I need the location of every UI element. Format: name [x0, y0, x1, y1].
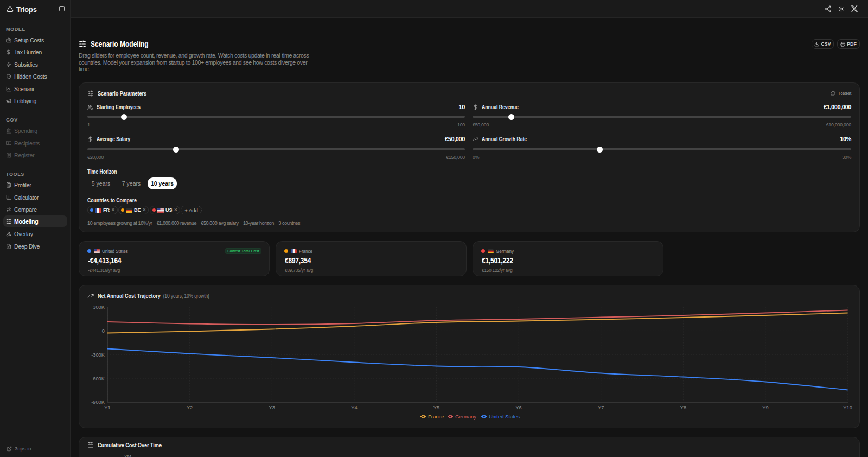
svg-text:Y2: Y2 — [187, 405, 193, 410]
svg-text:Y5: Y5 — [433, 405, 439, 410]
svg-text:Germany: Germany — [455, 414, 476, 420]
svg-text:300K: 300K — [93, 304, 105, 310]
svg-text:Y6: Y6 — [515, 405, 521, 410]
svg-text:Y4: Y4 — [351, 405, 357, 410]
svg-text:United States: United States — [489, 414, 520, 420]
svg-text:Y10: Y10 — [843, 405, 852, 410]
svg-text:Y7: Y7 — [598, 405, 604, 410]
svg-text:0: 0 — [102, 328, 105, 334]
svg-text:Y8: Y8 — [680, 405, 686, 410]
svg-text:Y1: Y1 — [104, 405, 110, 410]
svg-text:-600K: -600K — [91, 376, 105, 382]
svg-text:Y3: Y3 — [269, 405, 275, 410]
svg-text:-900K: -900K — [91, 399, 105, 405]
svg-text:France: France — [428, 414, 444, 420]
svg-text:-300K: -300K — [91, 352, 105, 358]
svg-text:Y9: Y9 — [762, 405, 768, 410]
